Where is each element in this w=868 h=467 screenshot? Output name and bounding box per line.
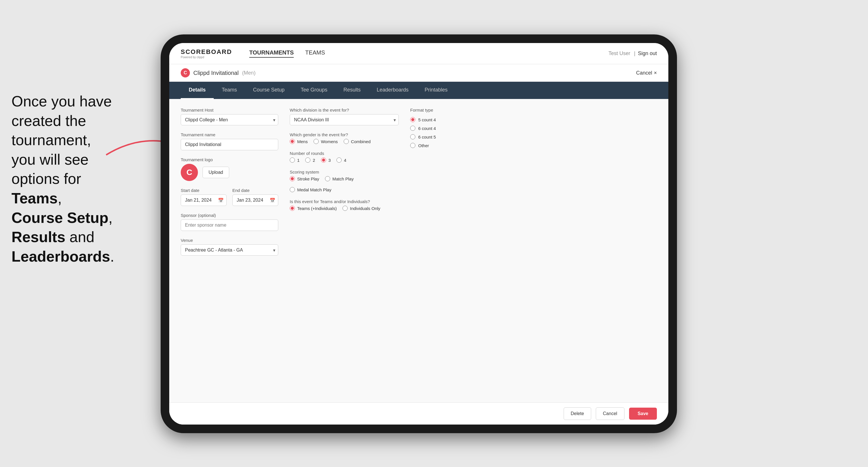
tab-bar: Details Teams Course Setup Tee Groups Re… [169, 82, 669, 99]
nav-link-teams[interactable]: TEAMS [305, 49, 325, 58]
tab-tee-groups[interactable]: Tee Groups [292, 82, 335, 99]
gender-womens-label: Womens [321, 139, 338, 144]
breadcrumb-content: C Clippd Invitational (Men) [181, 68, 255, 77]
upload-button[interactable]: Upload [203, 167, 229, 178]
end-date-input-wrapper: 📅 [232, 194, 278, 206]
gender-mens-radio[interactable] [290, 139, 295, 144]
scoring-group: Scoring system Stroke Play Match Play [290, 169, 399, 192]
user-area: Test User | Sign out [607, 51, 657, 57]
format-section: Format type 5 count 4 6 count 4 [410, 107, 657, 148]
tournament-name-input[interactable] [181, 139, 278, 150]
nav-separator: | [634, 51, 636, 56]
scoring-label: Scoring system [290, 169, 399, 175]
gender-mens-option[interactable]: Mens [290, 139, 308, 144]
rounds-3-label: 3 [329, 158, 331, 163]
format-6count5-radio[interactable] [410, 134, 415, 139]
format-label: Format type [410, 107, 657, 113]
rounds-1-radio[interactable] [290, 157, 295, 163]
rounds-4-label: 4 [344, 158, 346, 163]
cancel-top-button[interactable]: Cancel × [636, 70, 657, 76]
format-other-option[interactable]: Other [410, 143, 657, 148]
rounds-2-radio[interactable] [305, 157, 310, 163]
teams-individuals-option[interactable]: Individuals Only [342, 206, 380, 211]
format-6count5-option[interactable]: 6 count 5 [410, 134, 657, 139]
teams-teams-label: Teams (+Individuals) [297, 206, 337, 211]
nav-link-tournaments[interactable]: TOURNAMENTS [249, 49, 294, 58]
venue-group: Venue Peachtree GC - Atlanta - GA ▾ [181, 238, 278, 256]
tab-teams[interactable]: Teams [214, 82, 245, 99]
venue-select-wrapper: Peachtree GC - Atlanta - GA ▾ [181, 244, 278, 256]
scoring-stroke-radio[interactable] [290, 176, 295, 181]
rounds-1-label: 1 [297, 158, 300, 163]
scoring-match-option[interactable]: Match Play [325, 176, 354, 181]
tournament-logo-label: Tournament logo [181, 157, 278, 162]
teams-group: Is this event for Teams and/or Individua… [290, 199, 399, 211]
teams-label: Is this event for Teams and/or Individua… [290, 199, 399, 204]
format-other-label: Other [418, 143, 429, 148]
scoring-match-label: Match Play [333, 177, 354, 181]
logo-preview: C [181, 164, 198, 181]
format-other-radio[interactable] [410, 143, 415, 148]
tablet-screen: SCOREBOARD Powered by clippd TOURNAMENTS… [169, 43, 669, 425]
delete-button[interactable]: Delete [564, 407, 591, 420]
tournament-name-group: Tournament name [181, 132, 278, 150]
venue-label: Venue [181, 238, 278, 243]
sponsor-input[interactable] [181, 219, 278, 231]
tab-results[interactable]: Results [335, 82, 369, 99]
rounds-4-radio[interactable] [337, 157, 342, 163]
tab-details[interactable]: Details [181, 82, 214, 99]
scoring-medal-radio[interactable] [290, 187, 295, 192]
format-5count4-radio[interactable] [410, 117, 415, 122]
cancel-button[interactable]: Cancel [596, 407, 624, 420]
teams-teams-option[interactable]: Teams (+Individuals) [290, 206, 337, 211]
rounds-1-option[interactable]: 1 [290, 157, 300, 163]
tab-printables[interactable]: Printables [416, 82, 456, 99]
rounds-3-option[interactable]: 3 [321, 157, 331, 163]
tablet-frame: SCOREBOARD Powered by clippd TOURNAMENTS… [161, 34, 677, 433]
venue-select[interactable]: Peachtree GC - Atlanta - GA [181, 244, 278, 256]
tab-course-setup[interactable]: Course Setup [245, 82, 292, 99]
rounds-radio-group: 1 2 3 [290, 157, 399, 163]
teams-individuals-label: Individuals Only [350, 206, 380, 211]
nav-links: TOURNAMENTS TEAMS [249, 49, 596, 58]
format-5count4-option[interactable]: 5 count 4 [410, 117, 657, 122]
end-date-calendar-icon: 📅 [270, 198, 275, 203]
format-6count5-label: 6 count 5 [418, 134, 436, 139]
end-date-label: End date [232, 188, 278, 193]
rounds-4-option[interactable]: 4 [337, 157, 346, 163]
rounds-label: Number of rounds [290, 151, 399, 156]
teams-radio-group: Teams (+Individuals) Individuals Only [290, 206, 399, 211]
tournament-name-label: Tournament name [181, 132, 278, 137]
scoring-medal-label: Medal Match Play [297, 187, 331, 192]
content-area: Tournament Host Clippd College - Men ▾ T… [169, 99, 669, 425]
gender-combined-radio[interactable] [344, 139, 349, 144]
tournament-host-label: Tournament Host [181, 107, 278, 113]
rounds-2-option[interactable]: 2 [305, 157, 315, 163]
tournament-host-select[interactable]: Clippd College - Men [181, 114, 278, 125]
logo-subtitle: Powered by clippd [181, 56, 232, 59]
format-6count4-label: 6 count 4 [418, 126, 436, 131]
division-select[interactable]: NCAA Division III [290, 114, 399, 125]
rounds-2-label: 2 [313, 158, 315, 163]
format-6count4-radio[interactable] [410, 126, 415, 131]
tab-leaderboards[interactable]: Leaderboards [369, 82, 416, 99]
scoring-stroke-label: Stroke Play [297, 177, 319, 181]
rounds-group: Number of rounds 1 2 [290, 151, 399, 163]
scoring-match-radio[interactable] [325, 176, 330, 181]
logo-area: SCOREBOARD Powered by clippd [181, 48, 232, 59]
scoring-medal-option[interactable]: Medal Match Play [290, 187, 331, 192]
end-date-group: End date 📅 [232, 188, 278, 206]
format-5count4-label: 5 count 4 [418, 117, 436, 122]
rounds-3-radio[interactable] [321, 157, 326, 163]
format-6count4-option[interactable]: 6 count 4 [410, 126, 657, 131]
save-button[interactable]: Save [629, 408, 657, 420]
sign-out-link[interactable]: Sign out [638, 51, 657, 56]
division-group: Which division is the event for? NCAA Di… [290, 107, 399, 125]
date-row: Start date 📅 End date 📅 [181, 188, 278, 206]
gender-combined-option[interactable]: Combined [344, 139, 371, 144]
teams-teams-radio[interactable] [290, 206, 295, 211]
teams-individuals-radio[interactable] [342, 206, 348, 211]
gender-womens-option[interactable]: Womens [313, 139, 338, 144]
scoring-stroke-option[interactable]: Stroke Play [290, 176, 319, 181]
gender-womens-radio[interactable] [313, 139, 319, 144]
